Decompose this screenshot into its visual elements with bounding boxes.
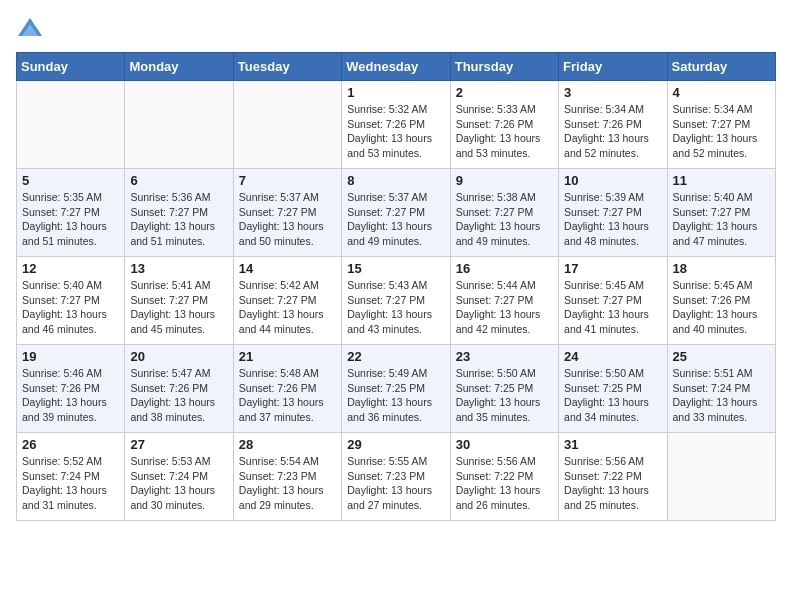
logo-icon	[16, 16, 44, 44]
calendar-cell: 24Sunrise: 5:50 AMSunset: 7:25 PMDayligh…	[559, 345, 667, 433]
calendar-cell: 21Sunrise: 5:48 AMSunset: 7:26 PMDayligh…	[233, 345, 341, 433]
weekday-header-saturday: Saturday	[667, 53, 775, 81]
day-number: 17	[564, 261, 661, 276]
day-number: 27	[130, 437, 227, 452]
day-number: 29	[347, 437, 444, 452]
day-detail: Sunrise: 5:33 AMSunset: 7:26 PMDaylight:…	[456, 102, 553, 161]
day-number: 20	[130, 349, 227, 364]
calendar-cell: 30Sunrise: 5:56 AMSunset: 7:22 PMDayligh…	[450, 433, 558, 521]
calendar-cell: 8Sunrise: 5:37 AMSunset: 7:27 PMDaylight…	[342, 169, 450, 257]
calendar-cell: 15Sunrise: 5:43 AMSunset: 7:27 PMDayligh…	[342, 257, 450, 345]
day-number: 13	[130, 261, 227, 276]
day-number: 4	[673, 85, 770, 100]
calendar-cell: 23Sunrise: 5:50 AMSunset: 7:25 PMDayligh…	[450, 345, 558, 433]
calendar-cell: 12Sunrise: 5:40 AMSunset: 7:27 PMDayligh…	[17, 257, 125, 345]
day-number: 23	[456, 349, 553, 364]
calendar-cell: 14Sunrise: 5:42 AMSunset: 7:27 PMDayligh…	[233, 257, 341, 345]
day-detail: Sunrise: 5:53 AMSunset: 7:24 PMDaylight:…	[130, 454, 227, 513]
calendar-cell: 11Sunrise: 5:40 AMSunset: 7:27 PMDayligh…	[667, 169, 775, 257]
day-detail: Sunrise: 5:37 AMSunset: 7:27 PMDaylight:…	[347, 190, 444, 249]
day-detail: Sunrise: 5:48 AMSunset: 7:26 PMDaylight:…	[239, 366, 336, 425]
calendar-cell: 19Sunrise: 5:46 AMSunset: 7:26 PMDayligh…	[17, 345, 125, 433]
day-number: 15	[347, 261, 444, 276]
day-detail: Sunrise: 5:42 AMSunset: 7:27 PMDaylight:…	[239, 278, 336, 337]
day-detail: Sunrise: 5:32 AMSunset: 7:26 PMDaylight:…	[347, 102, 444, 161]
calendar-cell: 5Sunrise: 5:35 AMSunset: 7:27 PMDaylight…	[17, 169, 125, 257]
calendar-cell: 3Sunrise: 5:34 AMSunset: 7:26 PMDaylight…	[559, 81, 667, 169]
day-number: 16	[456, 261, 553, 276]
calendar-cell: 20Sunrise: 5:47 AMSunset: 7:26 PMDayligh…	[125, 345, 233, 433]
day-detail: Sunrise: 5:36 AMSunset: 7:27 PMDaylight:…	[130, 190, 227, 249]
day-number: 7	[239, 173, 336, 188]
calendar-cell: 18Sunrise: 5:45 AMSunset: 7:26 PMDayligh…	[667, 257, 775, 345]
day-detail: Sunrise: 5:34 AMSunset: 7:26 PMDaylight:…	[564, 102, 661, 161]
day-detail: Sunrise: 5:40 AMSunset: 7:27 PMDaylight:…	[673, 190, 770, 249]
weekday-header-friday: Friday	[559, 53, 667, 81]
day-detail: Sunrise: 5:40 AMSunset: 7:27 PMDaylight:…	[22, 278, 119, 337]
weekday-header-row: SundayMondayTuesdayWednesdayThursdayFrid…	[17, 53, 776, 81]
calendar-cell: 7Sunrise: 5:37 AMSunset: 7:27 PMDaylight…	[233, 169, 341, 257]
day-detail: Sunrise: 5:50 AMSunset: 7:25 PMDaylight:…	[564, 366, 661, 425]
calendar-cell	[233, 81, 341, 169]
day-number: 31	[564, 437, 661, 452]
day-number: 24	[564, 349, 661, 364]
day-number: 1	[347, 85, 444, 100]
day-detail: Sunrise: 5:38 AMSunset: 7:27 PMDaylight:…	[456, 190, 553, 249]
day-number: 22	[347, 349, 444, 364]
day-number: 5	[22, 173, 119, 188]
day-detail: Sunrise: 5:55 AMSunset: 7:23 PMDaylight:…	[347, 454, 444, 513]
week-row-1: 1Sunrise: 5:32 AMSunset: 7:26 PMDaylight…	[17, 81, 776, 169]
day-number: 25	[673, 349, 770, 364]
day-detail: Sunrise: 5:52 AMSunset: 7:24 PMDaylight:…	[22, 454, 119, 513]
day-detail: Sunrise: 5:44 AMSunset: 7:27 PMDaylight:…	[456, 278, 553, 337]
week-row-2: 5Sunrise: 5:35 AMSunset: 7:27 PMDaylight…	[17, 169, 776, 257]
calendar-cell: 16Sunrise: 5:44 AMSunset: 7:27 PMDayligh…	[450, 257, 558, 345]
day-detail: Sunrise: 5:37 AMSunset: 7:27 PMDaylight:…	[239, 190, 336, 249]
calendar-cell: 17Sunrise: 5:45 AMSunset: 7:27 PMDayligh…	[559, 257, 667, 345]
calendar-cell: 31Sunrise: 5:56 AMSunset: 7:22 PMDayligh…	[559, 433, 667, 521]
day-detail: Sunrise: 5:43 AMSunset: 7:27 PMDaylight:…	[347, 278, 444, 337]
calendar-cell: 13Sunrise: 5:41 AMSunset: 7:27 PMDayligh…	[125, 257, 233, 345]
calendar-cell: 28Sunrise: 5:54 AMSunset: 7:23 PMDayligh…	[233, 433, 341, 521]
page-header	[16, 16, 776, 44]
calendar-cell: 10Sunrise: 5:39 AMSunset: 7:27 PMDayligh…	[559, 169, 667, 257]
day-detail: Sunrise: 5:56 AMSunset: 7:22 PMDaylight:…	[456, 454, 553, 513]
weekday-header-tuesday: Tuesday	[233, 53, 341, 81]
week-row-4: 19Sunrise: 5:46 AMSunset: 7:26 PMDayligh…	[17, 345, 776, 433]
calendar-cell	[17, 81, 125, 169]
day-detail: Sunrise: 5:50 AMSunset: 7:25 PMDaylight:…	[456, 366, 553, 425]
calendar-cell: 26Sunrise: 5:52 AMSunset: 7:24 PMDayligh…	[17, 433, 125, 521]
calendar-cell: 25Sunrise: 5:51 AMSunset: 7:24 PMDayligh…	[667, 345, 775, 433]
calendar-table: SundayMondayTuesdayWednesdayThursdayFrid…	[16, 52, 776, 521]
logo	[16, 16, 48, 44]
day-detail: Sunrise: 5:39 AMSunset: 7:27 PMDaylight:…	[564, 190, 661, 249]
day-number: 11	[673, 173, 770, 188]
weekday-header-sunday: Sunday	[17, 53, 125, 81]
calendar-cell: 4Sunrise: 5:34 AMSunset: 7:27 PMDaylight…	[667, 81, 775, 169]
day-detail: Sunrise: 5:56 AMSunset: 7:22 PMDaylight:…	[564, 454, 661, 513]
weekday-header-thursday: Thursday	[450, 53, 558, 81]
week-row-3: 12Sunrise: 5:40 AMSunset: 7:27 PMDayligh…	[17, 257, 776, 345]
day-number: 26	[22, 437, 119, 452]
day-detail: Sunrise: 5:46 AMSunset: 7:26 PMDaylight:…	[22, 366, 119, 425]
day-number: 2	[456, 85, 553, 100]
calendar-cell: 29Sunrise: 5:55 AMSunset: 7:23 PMDayligh…	[342, 433, 450, 521]
week-row-5: 26Sunrise: 5:52 AMSunset: 7:24 PMDayligh…	[17, 433, 776, 521]
day-number: 30	[456, 437, 553, 452]
day-number: 6	[130, 173, 227, 188]
day-number: 10	[564, 173, 661, 188]
day-number: 8	[347, 173, 444, 188]
calendar-cell	[125, 81, 233, 169]
calendar-cell	[667, 433, 775, 521]
day-detail: Sunrise: 5:54 AMSunset: 7:23 PMDaylight:…	[239, 454, 336, 513]
calendar-cell: 22Sunrise: 5:49 AMSunset: 7:25 PMDayligh…	[342, 345, 450, 433]
weekday-header-monday: Monday	[125, 53, 233, 81]
day-detail: Sunrise: 5:49 AMSunset: 7:25 PMDaylight:…	[347, 366, 444, 425]
day-detail: Sunrise: 5:35 AMSunset: 7:27 PMDaylight:…	[22, 190, 119, 249]
calendar-cell: 27Sunrise: 5:53 AMSunset: 7:24 PMDayligh…	[125, 433, 233, 521]
day-detail: Sunrise: 5:47 AMSunset: 7:26 PMDaylight:…	[130, 366, 227, 425]
day-detail: Sunrise: 5:51 AMSunset: 7:24 PMDaylight:…	[673, 366, 770, 425]
day-number: 9	[456, 173, 553, 188]
day-number: 28	[239, 437, 336, 452]
calendar-cell: 2Sunrise: 5:33 AMSunset: 7:26 PMDaylight…	[450, 81, 558, 169]
